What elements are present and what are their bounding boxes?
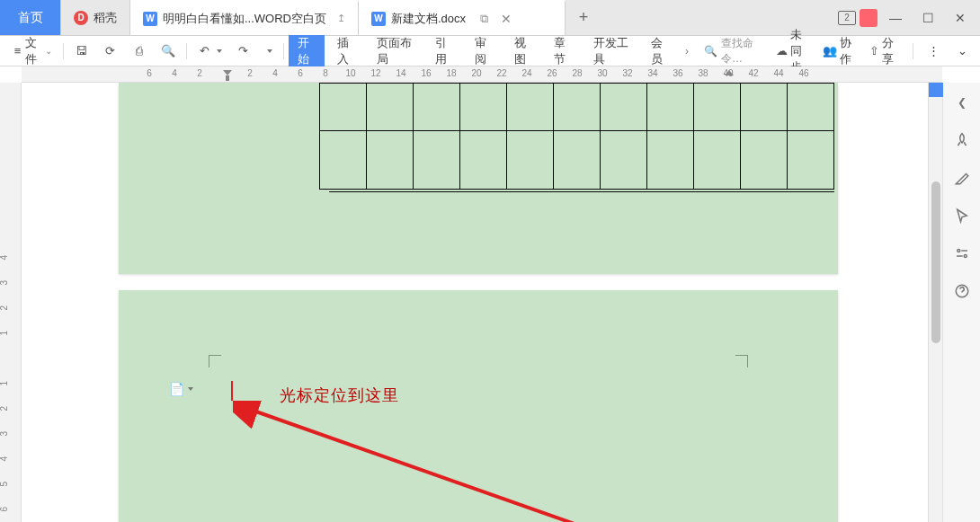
table-cell[interactable] xyxy=(319,83,367,131)
separator xyxy=(283,43,284,59)
text-cursor xyxy=(231,381,233,401)
table-cell[interactable] xyxy=(506,83,554,131)
table-cell[interactable] xyxy=(553,130,601,190)
ruler-tick: 40 xyxy=(723,68,733,78)
save-button[interactable]: 🖫 xyxy=(69,41,94,61)
table-cell[interactable] xyxy=(740,83,788,131)
ruler-tick: 14 xyxy=(396,68,405,78)
ruler-tick: 18 xyxy=(446,68,456,78)
table-cell[interactable] xyxy=(646,83,694,131)
table-cell[interactable] xyxy=(600,83,647,131)
tab-doc-1[interactable]: W 明明白白看懂如...WORD空白页 ↥ xyxy=(130,0,359,35)
table-cell[interactable] xyxy=(459,83,507,131)
table-cell[interactable] xyxy=(553,83,601,131)
share-button[interactable]: ⇧分享 xyxy=(864,32,904,70)
undo-icon: ↶ xyxy=(198,44,212,58)
sidebar-toggle-icon[interactable]: ❮ xyxy=(953,93,971,111)
ruler-tick: 38 xyxy=(698,68,708,78)
page-2 xyxy=(119,290,838,522)
vertical-scrollbar[interactable] xyxy=(928,83,942,522)
pen-icon[interactable] xyxy=(953,169,971,187)
ruler-tick: 42 xyxy=(748,68,758,78)
qat-overflow-button[interactable] xyxy=(260,47,278,56)
document-area: 432112345678 📄 光标定位到这里 ❮ xyxy=(0,83,980,522)
table-cell[interactable] xyxy=(693,83,741,131)
paste-options-button[interactable]: 📄 xyxy=(169,382,193,396)
collab-label: 协作 xyxy=(840,35,851,67)
table-cell[interactable] xyxy=(506,130,554,190)
table-cell[interactable] xyxy=(787,130,834,190)
table-cell[interactable] xyxy=(366,130,414,190)
more-button[interactable]: ⋮ xyxy=(922,41,945,60)
tab-close-icon[interactable]: ✕ xyxy=(501,12,512,26)
horizontal-ruler[interactable]: /* ticks populated below */ 642246810121… xyxy=(22,66,942,83)
table-cell[interactable] xyxy=(740,130,788,190)
ruler-tick: 20 xyxy=(471,68,481,78)
canvas[interactable]: 📄 光标定位到这里 xyxy=(22,83,928,522)
table-cell[interactable] xyxy=(366,83,414,131)
svg-marker-0 xyxy=(223,70,232,75)
ruler-tick: 2 xyxy=(247,68,253,78)
ribbon-tab-member[interactable]: 会员 xyxy=(642,31,678,72)
search-placeholder: 查找命令… xyxy=(721,36,759,66)
ribbon-tab-reference[interactable]: 引用 xyxy=(426,31,462,72)
tab-doc-2[interactable]: W 新建文档.docx ⧉ ✕ xyxy=(359,0,566,35)
ribbon-tab-view[interactable]: 视图 xyxy=(505,31,541,72)
notification-badge[interactable]: 2 xyxy=(838,11,856,25)
ribbon-scroll-right[interactable]: › xyxy=(682,45,692,58)
help-icon[interactable] xyxy=(953,282,971,300)
hamburger-icon: ≡ xyxy=(13,44,22,58)
tab-home[interactable]: 首页 xyxy=(0,0,61,35)
share-label: 分享 xyxy=(882,35,898,67)
scroll-nav-icon[interactable] xyxy=(929,83,943,97)
vertical-ruler[interactable]: 432112345678 xyxy=(0,83,22,522)
ruler-tick: 12 xyxy=(370,68,380,78)
tab-doke-label: 稻壳 xyxy=(94,10,117,26)
redo-icon: ↷ xyxy=(236,44,251,58)
preview-button[interactable]: 🔍 xyxy=(156,41,181,61)
ribbon-tab-review[interactable]: 审阅 xyxy=(466,31,502,72)
table-cell[interactable] xyxy=(413,130,460,190)
ruler-tick: 3 xyxy=(0,431,9,437)
ruler-tick: 24 xyxy=(521,68,531,78)
cloud-icon: ☁ xyxy=(776,44,788,58)
ruler-tick: 26 xyxy=(547,68,557,78)
ruler-tick: 2 xyxy=(0,305,9,311)
annotation-text: 光标定位到这里 xyxy=(280,385,399,406)
scroll-thumb[interactable] xyxy=(931,181,940,343)
cursor-icon[interactable] xyxy=(953,207,971,225)
device-icon[interactable]: ⧉ xyxy=(480,12,488,26)
save-icon: 🖫 xyxy=(75,44,89,58)
table-cell[interactable] xyxy=(319,130,367,190)
caret-down-icon xyxy=(267,49,272,53)
table-cell[interactable] xyxy=(646,130,694,190)
ribbon-tab-start[interactable]: 开始 xyxy=(289,31,325,72)
settings-icon[interactable] xyxy=(953,244,971,262)
ruler-tick: 1 xyxy=(0,381,9,386)
print-button[interactable]: ⎙ xyxy=(127,41,152,61)
ruler-tick: 4 xyxy=(172,68,177,78)
save-as-button[interactable]: ⟳ xyxy=(98,41,123,61)
ruler-tick: 46 xyxy=(798,68,808,78)
command-search[interactable]: 🔍 查找命令… xyxy=(696,33,767,69)
undo-button[interactable]: ↶ xyxy=(192,41,227,61)
collab-button[interactable]: 👥协作 xyxy=(817,32,857,70)
collapse-ribbon[interactable]: ⌄ xyxy=(952,41,973,60)
rocket-icon[interactable] xyxy=(953,131,971,149)
table-cell[interactable] xyxy=(693,130,741,190)
ribbon-tab-insert[interactable]: 插入 xyxy=(328,31,364,72)
document-table[interactable] xyxy=(319,83,833,189)
table-cell[interactable] xyxy=(600,130,647,190)
ribbon-tab-layout[interactable]: 页面布局 xyxy=(368,31,422,72)
ruler-tick: 3 xyxy=(0,280,9,286)
ribbon-tab-developer[interactable]: 开发工具 xyxy=(584,31,638,72)
ruler-tick: 4 xyxy=(0,456,9,462)
menu-button[interactable]: ≡文件⌄ xyxy=(7,32,58,70)
redo-button[interactable]: ↷ xyxy=(231,41,256,61)
ribbon-tab-section[interactable]: 章节 xyxy=(545,31,581,72)
table-cell[interactable] xyxy=(459,130,507,190)
table-cell[interactable] xyxy=(787,83,834,131)
word-icon: W xyxy=(371,12,386,26)
table-cell[interactable] xyxy=(413,83,460,131)
tab-doke[interactable]: D 稻壳 xyxy=(61,0,130,35)
